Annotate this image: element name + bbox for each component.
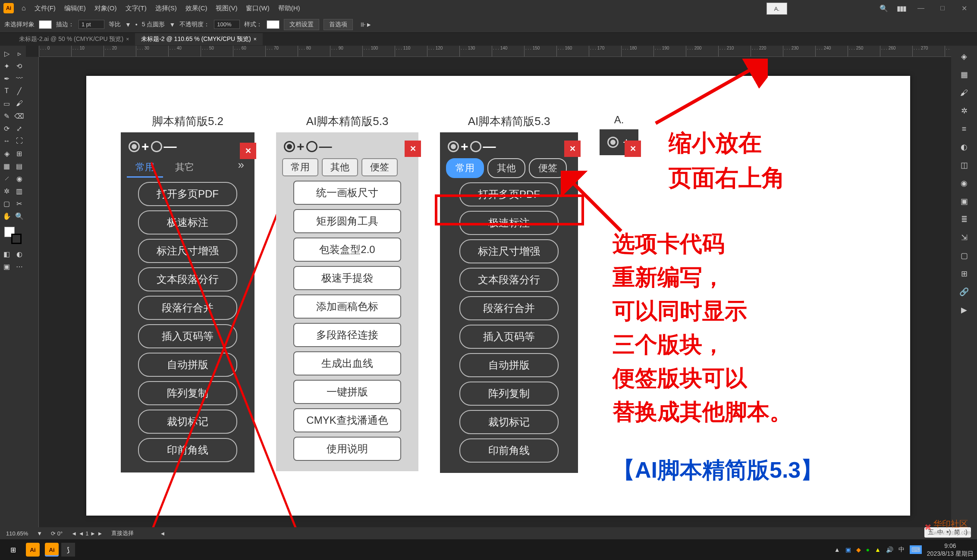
document-tab-active[interactable]: 未标题-2 @ 110.65 % (CMYK/CPU 预览)× <box>135 33 263 45</box>
properties-icon[interactable]: ◈ <box>958 50 971 63</box>
artboard-nav[interactable]: ◄ ◄ 1 ► ► <box>71 530 103 537</box>
symbol-sprayer-tool[interactable]: ✲ <box>1 185 13 197</box>
system-clock[interactable]: 9:062023/8/13 星期日 <box>927 542 974 557</box>
screen-mode-icon[interactable]: ▣ <box>1 260 13 272</box>
zoom-tool[interactable]: 🔍 <box>13 210 25 222</box>
home-icon[interactable]: ⌂ <box>22 4 26 12</box>
color-mode-icon[interactable]: ◧ <box>1 248 13 260</box>
artboard-tool[interactable]: ▢ <box>1 197 13 210</box>
menu-file[interactable]: 文件(F) <box>30 4 60 13</box>
script-button[interactable]: 文本段落分行 <box>459 268 559 292</box>
asset-export-icon[interactable]: ⇲ <box>958 231 971 244</box>
layout-icon[interactable]: ▮▮▮ <box>897 4 906 13</box>
minimize-icon[interactable]: — <box>914 4 927 12</box>
close-button[interactable]: ✕ <box>405 141 421 157</box>
tray-icon[interactable]: ▲ <box>875 546 881 553</box>
links-icon[interactable]: 🔗 <box>958 285 971 298</box>
canvas[interactable]: . . . 0. . . 10. . . 20. . . 30. . . 40.… <box>26 46 951 528</box>
script-button[interactable]: 印前角线 <box>138 438 237 462</box>
script-button[interactable]: 裁切标记 <box>459 410 559 434</box>
appearance-icon[interactable]: ◉ <box>958 177 971 190</box>
radio-icon[interactable] <box>470 141 481 152</box>
search-icon[interactable]: 🔍 <box>880 4 888 13</box>
line-tool[interactable]: ╱ <box>13 85 25 97</box>
style-swatch[interactable] <box>267 20 280 29</box>
script-button[interactable]: 统一画板尺寸 <box>293 181 401 205</box>
edit-toolbar-icon[interactable]: ⋯ <box>13 260 25 272</box>
radio-icon[interactable] <box>306 141 317 152</box>
script-button[interactable]: 包装盒型2.0 <box>293 238 401 262</box>
tray-icon[interactable]: ▣ <box>845 546 851 553</box>
script-button[interactable]: 自动拼版 <box>138 353 237 377</box>
tab-close-icon[interactable]: × <box>254 36 257 42</box>
close-icon[interactable]: ✕ <box>958 4 971 13</box>
tab-common[interactable]: 常用 <box>127 158 163 178</box>
tab-common[interactable]: 常用 <box>446 158 484 178</box>
script-button[interactable]: 一键拼版 <box>293 380 401 404</box>
tab-notes[interactable]: 便签 <box>361 158 398 176</box>
taskbar-ai-icon-active[interactable]: Ai <box>45 543 59 557</box>
brush-label[interactable]: 5 点圆形 <box>142 21 165 28</box>
swatches-icon[interactable]: ▦ <box>958 68 971 81</box>
script-button[interactable]: 极速标注 <box>138 210 237 235</box>
script-button[interactable]: 裁切标记 <box>138 410 237 434</box>
menu-window[interactable]: 窗口(W) <box>242 4 273 13</box>
menu-effect[interactable]: 效果(C) <box>181 4 212 13</box>
tab-other[interactable]: 其他 <box>487 158 525 178</box>
close-button[interactable]: ✕ <box>240 143 256 159</box>
brushes-icon[interactable]: 🖌 <box>958 86 971 99</box>
perspective-tool[interactable]: ⊞ <box>13 147 25 160</box>
doc-settings-button[interactable]: 文档设置 <box>284 19 319 30</box>
zoom-level[interactable]: 110.65% <box>6 530 28 537</box>
radio-icon[interactable] <box>284 141 295 152</box>
script-button[interactable]: 生成出血线 <box>293 351 401 375</box>
close-button[interactable]: ✕ <box>564 141 581 157</box>
tray-keyboard-icon[interactable]: ⌨ <box>910 545 922 554</box>
start-button[interactable]: ⊞ <box>3 541 22 558</box>
rotate-tool[interactable]: ⟳ <box>1 122 13 135</box>
script-button[interactable]: 使用说明 <box>293 437 401 461</box>
panel-header-controls[interactable]: + — <box>121 137 254 156</box>
script-button[interactable]: 文本段落分行 <box>138 267 237 291</box>
floating-mini-panel[interactable]: A. <box>767 3 787 15</box>
tab-notes[interactable]: 便签 <box>529 158 567 178</box>
tray-icon[interactable]: ◆ <box>856 546 861 553</box>
free-transform-tool[interactable]: ⛶ <box>13 135 25 147</box>
menu-edit[interactable]: 编辑(E) <box>60 4 90 13</box>
chevron-right-icon[interactable]: » <box>238 158 248 178</box>
scale-tool[interactable]: ⤢ <box>13 122 25 135</box>
menu-help[interactable]: 帮助(H) <box>274 4 305 13</box>
layers-icon[interactable]: ≣ <box>958 213 971 226</box>
shaper-tool[interactable]: ✎ <box>1 110 13 122</box>
script-button[interactable]: 阵列复制 <box>459 382 559 406</box>
script-button[interactable]: 多段路径连接 <box>293 323 401 347</box>
draw-mode-icon[interactable]: ◐ <box>13 248 25 260</box>
menu-select[interactable]: 选择(S) <box>151 4 181 13</box>
script-button[interactable]: 阵列复制 <box>138 381 237 405</box>
menu-object[interactable]: 对象(O) <box>90 4 121 13</box>
script-button[interactable]: 打开多页PDF <box>138 182 237 206</box>
script-button[interactable]: 矩形圆角工具 <box>293 209 401 233</box>
eyedropper-tool[interactable]: ⟋ <box>1 172 13 185</box>
paintbrush-tool[interactable]: 🖌 <box>13 97 25 109</box>
tray-icon[interactable]: ▲ <box>834 546 840 553</box>
maximize-icon[interactable]: □ <box>936 4 949 12</box>
width-tool[interactable]: ↔ <box>1 135 13 147</box>
script-button[interactable]: 插入页码等 <box>459 325 559 349</box>
tab-other[interactable]: 其它 <box>166 158 203 178</box>
script-button[interactable]: 标注尺寸增强 <box>459 239 559 263</box>
hand-tool[interactable]: ✋ <box>1 210 13 222</box>
type-tool[interactable]: T <box>1 85 13 97</box>
stroke-icon[interactable]: ≡ <box>958 122 971 135</box>
transparency-icon[interactable]: ◫ <box>958 159 971 172</box>
script-button[interactable]: 添加画稿色标 <box>293 294 401 319</box>
tab-other[interactable]: 其他 <box>322 158 358 176</box>
script-button[interactable]: 极速手提袋 <box>293 266 401 290</box>
radio-icon[interactable] <box>129 141 140 152</box>
slice-tool[interactable]: ✂ <box>13 197 25 210</box>
curvature-tool[interactable]: 〰 <box>13 72 25 84</box>
panel-header-controls[interactable]: + — <box>440 137 578 156</box>
panel-header-controls[interactable]: + — <box>276 137 418 156</box>
tray-ime-icon[interactable]: 中 <box>898 546 905 554</box>
script-button[interactable]: 标注尺寸增强 <box>138 239 237 263</box>
